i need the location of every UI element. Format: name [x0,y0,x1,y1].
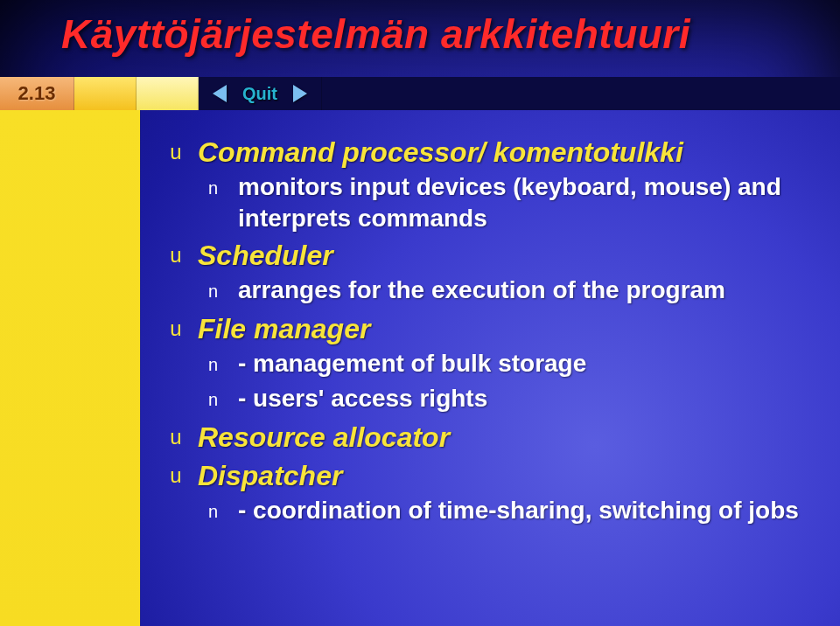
bullet-lvl1: uScheduler [166,238,814,273]
slide-content: uCommand processor/ komentotulkkinmonito… [166,131,814,530]
bullet-lvl1-text: Dispatcher [198,458,342,493]
bullet-lvl1-text: Resource allocator [198,420,450,455]
bullet-lvl1: uResource allocator [166,420,814,455]
sub-bullet-icon: n [208,495,226,528]
page-title: Käyttöjärjestelmän arkkitehtuuri [61,10,690,58]
bullet-lvl1-text: Scheduler [198,238,333,273]
bullet-lvl2-text: - users' access rights [238,383,487,416]
sub-bullet-icon: n [208,348,226,381]
top-nav-bar: 2.13 Quit [0,77,840,110]
sub-bullet-icon: n [208,171,226,234]
bullet-lvl2: n- management of bulk storage [208,348,814,381]
bullet-icon: u [166,458,186,493]
bullet-lvl1: uCommand processor/ komentotulkki [166,135,814,170]
bullet-lvl1: uFile manager [166,311,814,346]
bullet-icon: u [166,420,186,455]
bullet-lvl2: n- coordination of time-sharing, switchi… [208,495,814,528]
bullet-lvl2: narranges for the execution of the progr… [208,275,814,308]
bullet-lvl2: nmonitors input devices (keyboard, mouse… [208,171,814,234]
slide: Käyttöjärjestelmän arkkitehtuuri 2.13 Qu… [0,0,840,626]
nav-controls: Quit [199,77,322,110]
sub-bullet-icon: n [208,275,226,308]
bullet-icon: u [166,238,186,273]
bullet-lvl2-text: - management of bulk storage [238,348,586,381]
bullet-lvl2-text: - coordination of time-sharing, switchin… [238,495,799,528]
page-number: 2.13 [0,77,74,110]
bullet-lvl2: n- users' access rights [208,383,814,416]
sub-bullet-icon: n [208,383,226,416]
prev-arrow-icon[interactable] [213,85,227,102]
nav-spacer-1 [74,77,136,110]
nav-spacer-2 [136,77,199,110]
quit-button[interactable]: Quit [242,84,277,104]
bullet-icon: u [166,311,186,346]
bullet-icon: u [166,135,186,170]
bullet-lvl1-text: Command processor/ komentotulkki [198,135,683,170]
bullet-lvl2-text: monitors input devices (keyboard, mouse)… [238,171,814,234]
bullet-lvl1: uDispatcher [166,458,814,493]
bullet-lvl1-text: File manager [198,311,370,346]
next-arrow-icon[interactable] [293,85,307,102]
bullet-lvl2-text: arranges for the execution of the progra… [238,275,725,308]
